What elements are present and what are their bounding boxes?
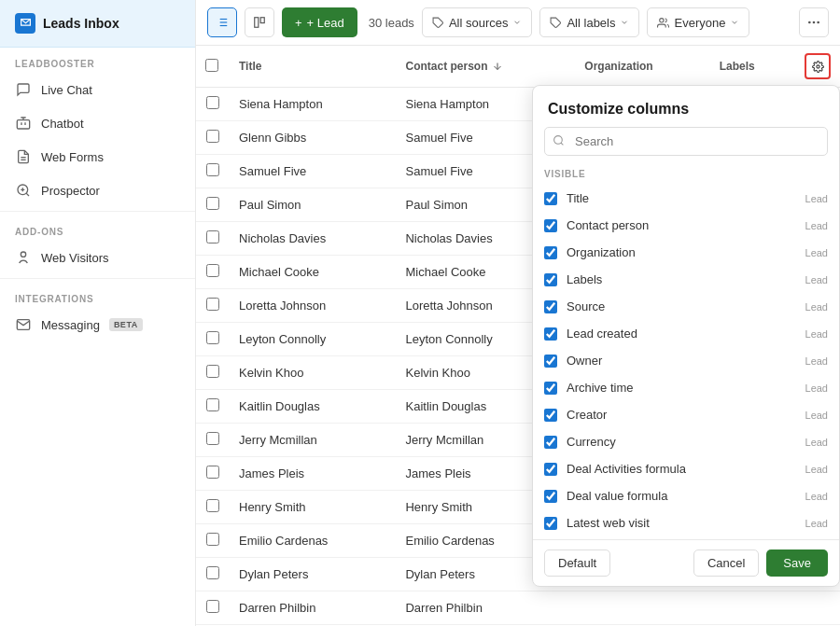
column-checkbox[interactable]: [544, 490, 557, 503]
row-checkbox[interactable]: [206, 130, 219, 143]
list-view-button[interactable]: [207, 7, 237, 37]
contact-column-label: Contact person: [405, 60, 487, 73]
column-checkbox[interactable]: [544, 192, 557, 205]
save-button[interactable]: Save: [766, 549, 828, 577]
row-checkbox-cell[interactable]: [196, 155, 230, 188]
row-checkbox[interactable]: [206, 499, 219, 512]
row-checkbox-cell[interactable]: [196, 188, 230, 222]
column-checkbox[interactable]: [544, 463, 557, 476]
column-checkbox[interactable]: [544, 355, 557, 368]
column-item[interactable]: Deal value formula Lead: [537, 482, 835, 509]
sidebar-item-live-chat[interactable]: Live Chat: [0, 73, 195, 106]
kanban-view-button[interactable]: [245, 7, 274, 37]
sidebar-item-web-visitors[interactable]: Web Visitors: [0, 241, 195, 274]
row-checkbox[interactable]: [206, 298, 219, 311]
column-checkbox[interactable]: [544, 327, 557, 341]
column-tag: Lead: [805, 383, 828, 394]
column-item[interactable]: Owner Lead: [537, 347, 835, 374]
row-checkbox-cell[interactable]: [196, 457, 230, 491]
row-checkbox[interactable]: [206, 264, 219, 277]
row-checkbox-cell[interactable]: [196, 256, 230, 289]
row-checkbox-cell[interactable]: [196, 222, 230, 256]
row-checkbox[interactable]: [206, 197, 219, 210]
column-item[interactable]: Source Lead: [537, 293, 835, 320]
row-checkbox[interactable]: [206, 331, 219, 344]
row-checkbox-cell[interactable]: [196, 558, 230, 591]
messaging-beta-badge: BETA: [109, 318, 143, 331]
row-checkbox[interactable]: [206, 466, 219, 479]
cancel-button[interactable]: Cancel: [693, 549, 759, 577]
column-name: Source: [567, 299, 798, 313]
search-icon: [553, 134, 565, 149]
column-checkbox[interactable]: [544, 246, 557, 259]
row-checkbox-cell[interactable]: [196, 88, 230, 121]
row-checkbox[interactable]: [206, 566, 219, 579]
column-item[interactable]: Organization Lead: [537, 239, 835, 266]
row-checkbox-cell[interactable]: [196, 390, 230, 424]
column-checkbox[interactable]: [544, 273, 557, 286]
row-title: Kelvin Khoo: [230, 356, 396, 390]
column-checkbox[interactable]: [544, 300, 557, 313]
sidebar-item-web-forms[interactable]: Web Forms: [0, 140, 195, 174]
row-title: James Pleis: [230, 457, 396, 491]
row-checkbox[interactable]: [206, 432, 219, 445]
sidebar-item-prospector[interactable]: Prospector: [0, 174, 195, 207]
row-checkbox[interactable]: [206, 96, 219, 109]
column-item[interactable]: Currency Lead: [537, 428, 835, 455]
row-contact: Darren Philbin: [396, 591, 575, 625]
row-checkbox-cell[interactable]: [196, 323, 230, 356]
row-checkbox-cell[interactable]: [196, 424, 230, 457]
column-item[interactable]: Latest web visit Lead: [537, 509, 835, 536]
add-lead-button[interactable]: + + Lead: [282, 7, 357, 37]
column-item[interactable]: Labels Lead: [537, 266, 835, 293]
column-item[interactable]: Archive time Lead: [537, 374, 835, 401]
column-item[interactable]: Title Lead: [537, 185, 835, 212]
sidebar-item-messaging[interactable]: Messaging BETA: [0, 308, 195, 341]
column-item[interactable]: Deal Activities formula Lead: [537, 455, 835, 482]
row-checkbox-cell[interactable]: [196, 356, 230, 390]
sidebar: Leads Inbox LEADBOOSTER Live Chat Chatbo…: [0, 0, 196, 626]
sidebar-header[interactable]: Leads Inbox: [0, 0, 195, 48]
column-tag: Lead: [805, 491, 828, 502]
customize-columns-button[interactable]: [805, 53, 831, 79]
row-checkbox-cell[interactable]: [196, 524, 230, 558]
visible-section-label: VISIBLE: [533, 165, 839, 185]
row-checkbox[interactable]: [206, 163, 219, 176]
select-all-checkbox[interactable]: [205, 59, 218, 72]
sidebar-item-chatbot[interactable]: Chatbot: [0, 106, 195, 140]
everyone-filter[interactable]: Everyone: [647, 7, 749, 37]
column-tag: Lead: [805, 328, 828, 340]
row-title: Loretta Johnson: [230, 289, 396, 323]
row-checkbox[interactable]: [206, 230, 219, 243]
form-icon: [15, 148, 32, 165]
row-title: Darren Philbin: [230, 591, 396, 625]
svg-point-20: [554, 135, 563, 144]
default-button[interactable]: Default: [544, 549, 610, 577]
row-checkbox[interactable]: [206, 600, 219, 613]
row-checkbox-cell[interactable]: [196, 289, 230, 323]
section-label-addons: ADD-ONS: [0, 216, 195, 241]
more-options-button[interactable]: [799, 7, 829, 37]
row-checkbox[interactable]: [206, 365, 219, 378]
section-label-integrations: INTEGRATIONS: [0, 283, 195, 308]
column-checkbox[interactable]: [544, 382, 557, 395]
customize-search-input[interactable]: [544, 127, 828, 156]
column-checkbox[interactable]: [544, 409, 557, 422]
row-checkbox-cell[interactable]: [196, 121, 230, 155]
column-item[interactable]: Creator Lead: [537, 401, 835, 428]
sources-filter[interactable]: All sources: [422, 7, 533, 37]
main-content: + + Lead 30 leads All sources All labels…: [196, 0, 840, 626]
column-checkbox[interactable]: [544, 517, 557, 530]
row-checkbox[interactable]: [206, 533, 219, 546]
labels-filter[interactable]: All labels: [539, 7, 639, 37]
row-checkbox-cell[interactable]: [196, 491, 230, 524]
column-tag: Lead: [805, 464, 828, 475]
row-title: Siena Hampton: [230, 88, 396, 121]
column-checkbox[interactable]: [544, 219, 557, 232]
column-item[interactable]: Lead created Lead: [537, 320, 835, 347]
add-lead-label: + Lead: [307, 16, 344, 30]
row-checkbox-cell[interactable]: [196, 591, 230, 625]
row-checkbox[interactable]: [206, 398, 219, 411]
column-checkbox[interactable]: [544, 436, 557, 449]
column-item[interactable]: Contact person Lead: [537, 212, 835, 239]
